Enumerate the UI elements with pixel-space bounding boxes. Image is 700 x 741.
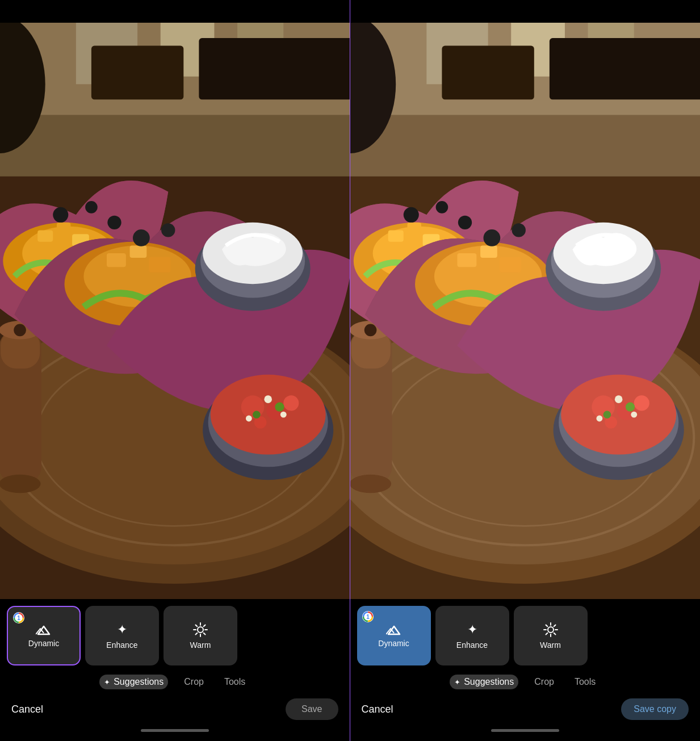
nav-row-right: ✦ Suggestions Crop Tools [350,671,701,694]
svg-point-105 [625,403,634,412]
save-button-left[interactable]: Save [286,698,338,720]
tab-crop-right[interactable]: Crop [530,675,559,689]
svg-point-44 [280,412,287,418]
cancel-button-left[interactable]: Cancel [11,704,43,715]
action-row-left: Cancel Save [0,694,350,727]
filter-label-warm-left: Warm [190,640,211,650]
svg-rect-21 [57,223,70,233]
svg-line-57 [204,625,206,626]
mountain-icon-right [386,624,402,635]
status-bar-right [350,0,701,23]
filter-label-warm-right: Warm [540,640,561,650]
svg-point-91 [512,223,525,237]
tab-label-crop-right: Crop [534,677,554,687]
bottom-ui-right: 1 Dynamic ✦ Enhance [350,599,701,741]
filter-label-enhance-left: Enhance [106,640,137,650]
filter-tile-dynamic-right[interactable]: 1 Dynamic [357,606,431,665]
sparkle-icon-enhance-left: ✦ [117,622,127,637]
left-panel: 1 Dynamic ✦ Enhance [0,0,350,741]
status-bar-left [0,0,350,23]
sun-icon-warm-left [193,622,208,637]
svg-rect-79 [388,230,403,241]
filter-row-left: 1 Dynamic ✦ Enhance [0,599,350,671]
tab-tools-left[interactable]: Tools [220,675,250,689]
filter-tile-dynamic-left[interactable]: 1 Dynamic [7,606,81,665]
tab-suggestions-right[interactable]: ✦ Suggestions [450,675,518,689]
filter-tile-enhance-left[interactable]: ✦ Enhance [85,606,159,665]
svg-point-31 [133,229,150,246]
svg-point-84 [458,216,471,229]
tab-crop-left[interactable]: Crop [179,675,208,689]
svg-point-109 [548,627,554,633]
svg-rect-67 [549,38,700,99]
svg-point-46 [275,403,284,412]
svg-rect-80 [407,223,421,233]
tab-label-tools-right: Tools [575,677,596,687]
svg-point-24 [85,201,98,213]
filter-tile-enhance-right[interactable]: ✦ Enhance [435,606,509,665]
svg-point-102 [614,395,622,403]
right-panel: 1 Dynamic ✦ Enhance [350,0,701,741]
mountain-icon-left [36,624,52,635]
save-copy-button-right[interactable]: Save copy [621,698,689,720]
tab-tools-right[interactable]: Tools [570,675,600,689]
sparkle-icon-enhance-right: ✦ [467,622,477,637]
svg-line-58 [196,633,198,634]
filter-tile-warm-left[interactable]: Warm [164,606,237,665]
cancel-button-right[interactable]: Cancel [362,704,393,715]
svg-rect-66 [442,46,534,100]
svg-line-115 [554,633,555,634]
svg-point-98 [592,395,615,418]
svg-line-55 [196,625,198,626]
svg-point-100 [634,395,649,411]
tab-label-suggestions-right: Suggestions [464,677,514,687]
svg-rect-20 [37,230,53,241]
svg-rect-7 [91,46,183,100]
sun-icon-warm-right [543,622,558,637]
bottom-ui-left: 1 Dynamic ✦ Enhance [0,599,350,741]
tab-label-tools-left: Tools [224,677,245,687]
svg-point-50 [198,627,203,633]
svg-point-39 [241,395,265,418]
svg-point-75 [350,475,391,493]
svg-point-25 [107,216,121,229]
google-badge-left: 1 [12,612,25,624]
svg-rect-30 [149,257,170,273]
photo-area-right [350,23,701,599]
svg-point-103 [631,412,637,418]
svg-point-41 [283,395,299,411]
svg-point-32 [161,223,175,237]
sparkle-icon-suggestions-left: ✦ [104,678,110,686]
filter-tile-warm-right[interactable]: Warm [514,606,588,665]
action-row-right: Cancel Save copy [350,694,701,727]
svg-point-43 [264,395,272,403]
svg-rect-89 [499,257,521,273]
svg-line-56 [204,633,206,634]
svg-rect-87 [457,253,476,267]
filter-label-enhance-right: Enhance [456,640,488,650]
nav-row-left: ✦ Suggestions Crop Tools [0,671,350,694]
sparkle-icon-suggestions-right: ✦ [454,678,460,686]
svg-rect-28 [107,253,126,267]
svg-point-90 [483,229,500,246]
svg-point-104 [596,416,602,422]
svg-point-82 [403,207,418,223]
svg-point-76 [364,324,376,337]
svg-text:1: 1 [17,615,20,621]
svg-point-17 [14,324,26,337]
tab-label-suggestions-left: Suggestions [114,677,164,687]
svg-rect-88 [480,245,497,258]
svg-point-16 [0,475,41,493]
svg-line-114 [546,625,547,626]
google-badge-right: 1 [362,610,374,623]
filter-label-dynamic-right: Dynamic [378,639,409,648]
svg-point-45 [246,416,252,422]
svg-line-117 [546,633,547,634]
svg-line-116 [554,625,555,626]
tab-suggestions-left[interactable]: ✦ Suggestions [99,675,168,689]
home-indicator-left [141,729,209,732]
svg-point-23 [53,207,68,223]
tab-label-crop-left: Crop [184,677,204,687]
svg-text:1: 1 [366,614,370,620]
home-indicator-right [491,729,559,732]
